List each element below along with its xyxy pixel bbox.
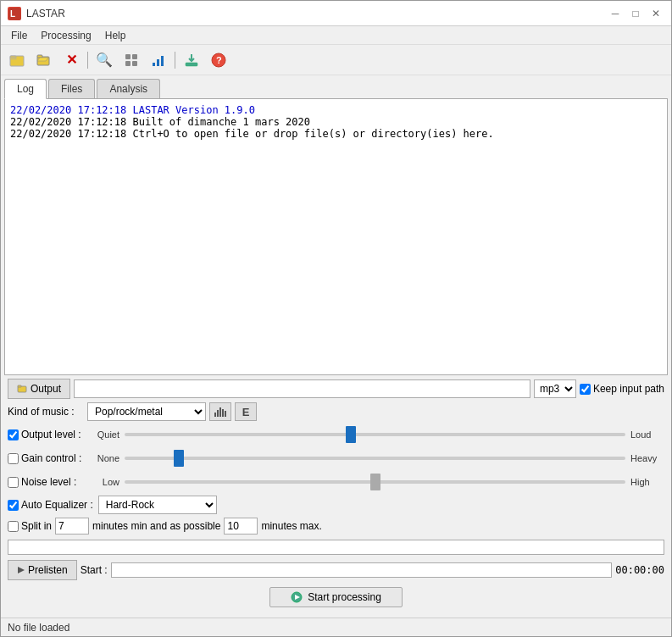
- split-min-input[interactable]: [55, 518, 89, 535]
- menu-bar: File Processing Help: [1, 26, 671, 45]
- output-level-left: Quiet: [89, 429, 119, 440]
- svg-rect-20: [217, 410, 219, 417]
- svg-rect-4: [10, 56, 16, 58]
- svg-rect-22: [222, 409, 224, 417]
- tab-analysis[interactable]: Analysis: [97, 79, 160, 98]
- keep-input-path-text: Keep input path: [593, 383, 664, 395]
- status-bar: No file loaded: [1, 618, 671, 636]
- minimize-button[interactable]: ─: [607, 5, 624, 22]
- kind-of-music-label: Kind of music :: [8, 406, 84, 418]
- noise-level-checkbox[interactable]: [8, 477, 19, 488]
- tabs: Log Files Analysis: [4, 79, 668, 99]
- format-select[interactable]: mp3 ogg flac wav: [534, 379, 576, 398]
- new-folder-button[interactable]: [4, 48, 30, 72]
- split-checkbox[interactable]: [8, 521, 19, 532]
- close-x-button[interactable]: ✕: [58, 48, 84, 72]
- auto-eq-checkbox[interactable]: [8, 500, 19, 511]
- auto-eq-select[interactable]: Hard-Rock Pop Jazz Classical Flat: [98, 496, 217, 514]
- start-processing-label: Start processing: [308, 591, 381, 603]
- log-line-2: 22/02/2020 17:12:18 Ctrl+O to open file …: [10, 128, 662, 140]
- help-button[interactable]: ?: [206, 48, 231, 72]
- output-level-text: Output level :: [21, 429, 81, 440]
- keep-input-path-label[interactable]: Keep input path: [580, 383, 664, 395]
- prelisten-button[interactable]: Prelisten: [8, 560, 77, 580]
- log-line-1: 22/02/2020 17:12:18 Built of dimanche 1 …: [10, 116, 662, 128]
- kind-of-music-row: Kind of music : Pop/rock/metal Jazz Clas…: [8, 402, 664, 421]
- log-area: 22/02/2020 17:12:18 LASTAR Version 1.9.0…: [4, 99, 668, 375]
- tab-log[interactable]: Log: [4, 79, 47, 99]
- svg-rect-23: [225, 411, 226, 417]
- start-label: Start :: [81, 564, 108, 576]
- split-max-label: minutes max.: [261, 520, 321, 532]
- title-bar-left: L LASTAR: [8, 7, 65, 20]
- output-button[interactable]: Output: [8, 379, 70, 399]
- time-display: 00:00:00: [615, 564, 664, 576]
- tab-files[interactable]: Files: [48, 79, 95, 98]
- output-row: Output mp3 ogg flac wav Keep input path: [8, 379, 664, 399]
- window-controls: ─ □ ✕: [607, 5, 664, 22]
- split-text: Split in: [21, 520, 52, 532]
- noise-level-text: Noise level :: [21, 476, 76, 488]
- gain-control-right: Heavy: [630, 453, 664, 463]
- noise-level-left: Low: [89, 477, 119, 487]
- content-area: Log Files Analysis 22/02/2020 17:12:18 L…: [1, 75, 671, 618]
- split-row: Split in minutes min and as possible min…: [8, 518, 664, 535]
- noise-level-slider-container: [125, 474, 625, 490]
- noise-level-slider[interactable]: [125, 480, 625, 484]
- log-line-0: 22/02/2020 17:12:18 LASTAR Version 1.9.0: [10, 104, 662, 116]
- prelisten-button-label: Prelisten: [28, 564, 68, 576]
- svg-text:?: ?: [216, 55, 222, 65]
- svg-rect-8: [132, 54, 137, 59]
- svg-text:L: L: [10, 9, 15, 19]
- svg-rect-9: [125, 61, 131, 66]
- svg-rect-21: [219, 407, 221, 417]
- search-button[interactable]: 🔍: [92, 48, 117, 72]
- export-button[interactable]: [179, 48, 204, 72]
- toolbar-sep-2: [175, 52, 175, 69]
- output-level-label[interactable]: Output level :: [8, 429, 84, 440]
- main-window: L LASTAR ─ □ ✕ File Processing Help: [0, 0, 672, 637]
- close-button[interactable]: ✕: [647, 5, 664, 22]
- noise-level-label[interactable]: Noise level :: [8, 476, 84, 488]
- split-max-input[interactable]: [224, 518, 258, 535]
- output-level-checkbox[interactable]: [8, 429, 19, 440]
- prelisten-row: Prelisten Start : 00:00:00: [8, 560, 664, 580]
- output-path-input[interactable]: [74, 379, 530, 398]
- svg-rect-11: [153, 63, 155, 66]
- split-label[interactable]: Split in: [8, 520, 52, 532]
- kind-of-music-select[interactable]: Pop/rock/metal Jazz Classical Electronic…: [87, 402, 206, 421]
- maximize-button[interactable]: □: [627, 5, 644, 22]
- app-icon: L: [8, 7, 21, 20]
- gain-control-slider[interactable]: [125, 457, 625, 460]
- menu-file[interactable]: File: [4, 28, 34, 43]
- output-level-slider-container: [125, 426, 625, 443]
- menu-processing[interactable]: Processing: [34, 28, 97, 43]
- gain-control-slider-container: [125, 450, 625, 467]
- title-bar: L LASTAR ─ □ ✕: [1, 1, 671, 26]
- svg-rect-13: [161, 56, 164, 66]
- start-processing-button[interactable]: Start processing: [269, 587, 403, 607]
- open-button[interactable]: [31, 48, 57, 72]
- menu-help[interactable]: Help: [98, 28, 133, 43]
- output-level-slider[interactable]: [125, 433, 625, 436]
- noise-level-row: Noise level : Low High: [8, 472, 664, 492]
- auto-equalizer-row: Auto Equalizer : Hard-Rock Pop Jazz Clas…: [8, 496, 664, 514]
- svg-marker-24: [18, 567, 25, 573]
- svg-rect-18: [18, 385, 21, 387]
- gain-control-checkbox[interactable]: [8, 453, 19, 464]
- svg-rect-10: [132, 61, 137, 66]
- keep-input-path-checkbox[interactable]: [580, 384, 591, 395]
- progress-bar: [8, 540, 664, 555]
- kind-chart-button[interactable]: [209, 402, 231, 421]
- chart-button[interactable]: [146, 48, 171, 72]
- auto-eq-label[interactable]: Auto Equalizer :: [8, 499, 93, 511]
- grid-button[interactable]: [119, 48, 144, 72]
- kind-edit-button[interactable]: E: [235, 402, 257, 421]
- gain-control-label[interactable]: Gain control :: [8, 452, 84, 464]
- output-button-label: Output: [31, 383, 61, 395]
- bottom-panel: Output mp3 ogg flac wav Keep input path …: [4, 375, 668, 614]
- auto-eq-text: Auto Equalizer :: [21, 499, 93, 511]
- toolbar: ✕ 🔍: [1, 45, 671, 75]
- svg-rect-12: [157, 59, 159, 66]
- gain-control-left: None: [89, 453, 119, 463]
